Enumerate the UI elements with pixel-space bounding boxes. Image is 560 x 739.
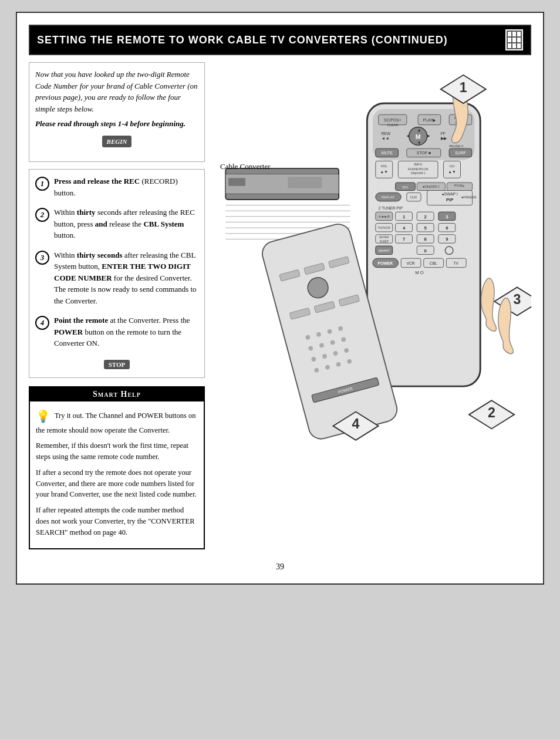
- step-2-circle: 2: [35, 208, 49, 222]
- svg-rect-2: [288, 177, 322, 188]
- right-panel: Cable Converter: [214, 62, 531, 549]
- svg-text:FF: FF: [441, 131, 446, 136]
- svg-text:1: 1: [460, 80, 467, 95]
- svg-text:SLEEP: SLEEP: [380, 240, 389, 243]
- svg-text:ENTER: ENTER: [379, 236, 389, 239]
- step-1-circle: 1: [35, 177, 49, 191]
- menu-icon: [505, 29, 523, 50]
- svg-text:SC/POS+: SC/POS+: [384, 118, 402, 122]
- svg-text:TV/VCR: TV/VCR: [378, 226, 390, 230]
- svg-text:TV: TV: [453, 261, 458, 265]
- svg-text:POWER: POWER: [377, 261, 393, 265]
- svg-text:A◄►B: A◄►B: [379, 215, 390, 218]
- svg-text:▶▶: ▶▶: [441, 136, 447, 140]
- svg-text:ON/OFF I: ON/OFF I: [411, 172, 426, 176]
- steps-container: 1 Press and release the REC (RECORD) but…: [29, 169, 205, 378]
- smart-help-content: 💡 Try it out. The Channel and POWER butt…: [30, 401, 204, 549]
- bulb-icon: 💡: [36, 407, 50, 425]
- svg-text:REPLAY: REPLAY: [382, 195, 394, 199]
- svg-text:CH: CH: [450, 164, 454, 168]
- page-header: Setting the Remote to Work Cable TV Conv…: [29, 25, 531, 55]
- svg-text:4: 4: [403, 225, 406, 231]
- begin-badge: BEGIN: [102, 136, 132, 148]
- step-1: 1 Press and release the REC (RECORD) but…: [35, 176, 198, 198]
- svg-text:MUTE: MUTE: [382, 151, 393, 155]
- page-title: Setting the Remote to Work Cable TV Conv…: [37, 34, 448, 46]
- svg-text:REW: REW: [381, 131, 390, 136]
- stop-badge: STOP: [104, 360, 130, 369]
- step-3-circle: 3: [35, 251, 49, 265]
- svg-text:2 TUNER PIP: 2 TUNER PIP: [379, 206, 403, 210]
- svg-text:▲▼: ▲▼: [380, 170, 388, 174]
- svg-text:PIP: PIP: [446, 197, 453, 203]
- step-1-text: Press and release the REC (RECORD) butto…: [54, 176, 198, 198]
- step-2: 2 Within thirty seconds after releasing …: [35, 207, 198, 241]
- remote-svg: SC/POS+ CLEAR PLAY▶ STATUS LIGHT REW ◄◄ …: [214, 62, 531, 461]
- left-panel: Now that you have looked up the two-digi…: [29, 62, 205, 549]
- svg-text:4: 4: [352, 416, 360, 431]
- smart-help-p4: If after repeated attempts the code numb…: [36, 505, 198, 538]
- svg-text:3: 3: [446, 214, 448, 220]
- smart-help-p1: 💡 Try it out. The Channel and POWER butt…: [36, 407, 198, 436]
- svg-text:CLR: CLR: [410, 195, 417, 199]
- page-number: 39: [29, 559, 531, 572]
- svg-text:SIO: SIO: [402, 185, 408, 189]
- svg-text:CBL: CBL: [430, 261, 437, 265]
- svg-text:●FREEZE: ●FREEZE: [461, 195, 477, 199]
- svg-text:VCR: VCR: [406, 261, 414, 265]
- svg-text:▲: ▲: [417, 127, 421, 133]
- step-3-text: Within thirty seconds after releasing th…: [54, 249, 198, 307]
- step-3: 3 Within thirty seconds after releasing …: [35, 249, 198, 307]
- svg-text:►: ►: [427, 133, 431, 139]
- svg-text:1: 1: [403, 214, 406, 220]
- svg-text:7: 7: [403, 237, 405, 242]
- svg-text:9: 9: [446, 237, 448, 242]
- svg-text:0: 0: [424, 248, 427, 254]
- smart-help-p3: If after a second try the remote does no…: [36, 467, 198, 500]
- intro-paragraph1: Now that you have looked up the two-digi…: [35, 69, 198, 114]
- intro-paragraph2: Please read through steps 1-4 before beg…: [35, 119, 185, 128]
- svg-text:PAUSE II: PAUSE II: [449, 144, 463, 148]
- page: Setting the Remote to Work Cable TV Conv…: [16, 12, 544, 585]
- step-4-text: Point the remote at the Converter. Press…: [54, 315, 198, 349]
- svg-text:PLAY▶: PLAY▶: [423, 118, 437, 122]
- svg-text:CLEAR: CLEAR: [387, 123, 398, 127]
- svg-text:3: 3: [513, 292, 521, 307]
- cable-converter-label: Cable Converter: [220, 162, 271, 171]
- svg-text:▼: ▼: [417, 140, 421, 146]
- svg-text:STOP ■: STOP ■: [417, 151, 431, 155]
- step-4: 4 Point the remote at the Converter. Pre…: [35, 315, 198, 349]
- svg-text:SMART: SMART: [378, 249, 390, 252]
- smart-help-box: Smart Help 💡 Try it out. The Channel and…: [29, 386, 205, 550]
- svg-text:M: M: [416, 133, 421, 140]
- content-area: Now that you have looked up the two-digi…: [29, 62, 531, 549]
- svg-text:VOL: VOL: [381, 164, 388, 168]
- svg-text:2: 2: [424, 214, 427, 220]
- svg-text:▲▼: ▲▼: [448, 170, 456, 174]
- step-4-circle: 4: [35, 316, 49, 330]
- svg-text:●ON/OFF I: ●ON/OFF I: [423, 185, 440, 188]
- svg-text:◄◄: ◄◄: [381, 136, 389, 140]
- svg-text:8: 8: [424, 237, 427, 242]
- svg-rect-3: [228, 178, 245, 186]
- svg-text:●SWAP I: ●SWAP I: [441, 192, 457, 196]
- svg-text:P/VUE●: P/VUE●: [454, 184, 464, 187]
- smart-help-header: Smart Help: [30, 387, 204, 401]
- svg-text:SURF: SURF: [455, 151, 465, 155]
- svg-text:INFO: INFO: [414, 163, 422, 166]
- step-2-text: Within thirty seconds after releasing th…: [54, 207, 198, 241]
- svg-text:GUIDE/PLUS: GUIDE/PLUS: [408, 167, 429, 171]
- svg-text:2: 2: [488, 405, 495, 420]
- svg-text:5: 5: [424, 225, 427, 231]
- svg-text:6: 6: [446, 225, 448, 231]
- intro-box: Now that you have looked up the two-digi…: [29, 62, 205, 162]
- illustration-area: Cable Converter: [214, 62, 531, 461]
- smart-help-p2: Remember, if this doesn't work the first…: [36, 440, 198, 463]
- svg-text:◄: ◄: [406, 133, 410, 139]
- svg-text:M       O: M O: [415, 270, 424, 275]
